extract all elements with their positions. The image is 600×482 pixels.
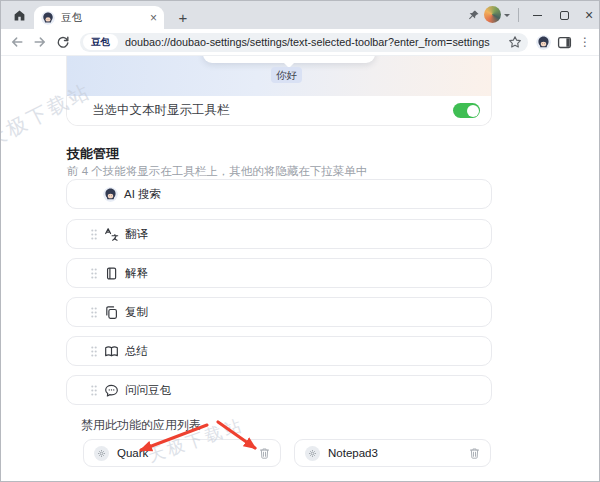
window-maximize-button[interactable] — [555, 6, 573, 24]
show-toolbar-toggle[interactable] — [453, 103, 480, 118]
app-gear-icon — [305, 446, 320, 461]
profile-avatar[interactable] — [484, 6, 501, 23]
drag-handle-icon[interactable] — [91, 307, 97, 318]
doubao-avatar-icon — [103, 187, 118, 202]
drag-handle-icon[interactable] — [91, 229, 97, 240]
copy-icon — [103, 304, 119, 320]
trash-icon — [469, 447, 480, 459]
url-text[interactable]: doubao://doubao-settings/settings/text-s… — [125, 36, 507, 48]
home-icon — [12, 8, 27, 23]
doubao-extension-icon[interactable] — [536, 35, 551, 50]
profile-caret-icon — [504, 14, 510, 20]
reload-icon — [56, 35, 70, 49]
window-close-button[interactable]: × — [580, 6, 598, 24]
drag-handle-icon[interactable] — [91, 385, 97, 396]
show-toolbar-toggle-row: 当选中文本时显示工具栏 — [67, 96, 491, 125]
home-tab-button[interactable] — [10, 6, 28, 24]
back-arrow-icon — [10, 35, 24, 49]
maximize-icon — [560, 11, 569, 20]
side-panel-button[interactable] — [556, 35, 573, 50]
side-panel-icon — [557, 35, 572, 50]
tab-close-icon[interactable]: × — [150, 12, 157, 24]
skill-label: 总结 — [125, 344, 148, 359]
translate-icon — [103, 226, 119, 242]
minimize-icon — [533, 15, 542, 16]
open-book-icon — [103, 343, 119, 359]
bookmark-star-button[interactable] — [507, 35, 523, 49]
preview-gradient-area: 你好 — [67, 56, 491, 97]
skill-item-ask-doubao[interactable]: 问问豆包 — [66, 375, 492, 405]
trash-icon — [259, 447, 270, 459]
drag-handle-icon[interactable] — [91, 268, 97, 279]
skill-label: AI 搜索 — [124, 187, 161, 202]
remove-app-button[interactable] — [469, 447, 480, 459]
reload-button[interactable] — [54, 33, 72, 51]
skill-item-explain[interactable]: 解释 — [66, 258, 492, 288]
window-minimize-button[interactable] — [528, 6, 546, 24]
toolbar-preview-card: 你好 当选中文本时显示工具栏 — [66, 56, 492, 126]
app-item-notepad3: Notepad3 — [294, 439, 491, 467]
skill-label: 问问豆包 — [125, 383, 171, 398]
book-icon — [103, 265, 119, 281]
mini-toolbar-preview — [203, 56, 375, 63]
skill-item-ai-search[interactable]: AI 搜索 — [66, 179, 492, 209]
chat-bubble-icon — [103, 382, 119, 398]
skill-label: 翻译 — [125, 227, 148, 242]
disabled-apps-title: 禁用此功能的应用列表 — [81, 417, 201, 434]
address-bar[interactable]: 豆包 doubao://doubao-settings/settings/tex… — [80, 33, 528, 52]
app-gear-icon — [94, 446, 109, 461]
pin-icon[interactable] — [466, 8, 481, 23]
browser-menu-button[interactable]: ⋮ — [578, 35, 592, 49]
browser-window: 豆包 × + × 豆包 doubao://doubao-settings/set… — [0, 0, 600, 482]
skills-section-title: 技能管理 — [67, 145, 119, 163]
app-item-quark: Quark — [83, 439, 281, 467]
skill-label: 复制 — [125, 305, 148, 320]
drag-handle-icon[interactable] — [91, 346, 97, 357]
new-tab-button[interactable]: + — [172, 6, 194, 28]
tab-strip: 豆包 × + × — [1, 1, 599, 29]
forward-arrow-icon — [33, 35, 47, 49]
back-button[interactable] — [8, 33, 26, 51]
skill-item-summarize[interactable]: 总结 — [66, 336, 492, 366]
skill-item-copy[interactable]: 复制 — [66, 297, 492, 327]
star-icon — [508, 35, 522, 49]
forward-button[interactable] — [31, 33, 49, 51]
selected-text-chip: 你好 — [271, 67, 302, 83]
skills-section-subtitle: 前 4 个技能将显示在工具栏上，其他的将隐藏在下拉菜单中 — [67, 164, 367, 179]
settings-page: 天极下载站 天极下载站 你好 当选中文本时显示工具栏 技能管理 前 4 个技能将… — [1, 56, 599, 481]
browser-toolbar: 豆包 doubao://doubao-settings/settings/tex… — [1, 29, 599, 56]
app-name: Quark — [117, 447, 259, 459]
site-badge[interactable]: 豆包 — [83, 34, 118, 50]
remove-app-button[interactable] — [259, 447, 270, 459]
titlebar-divider — [518, 8, 519, 22]
skill-label: 解释 — [125, 266, 148, 281]
skill-item-translate[interactable]: 翻译 — [66, 219, 492, 249]
toggle-label: 当选中文本时显示工具栏 — [92, 102, 453, 119]
active-tab[interactable]: 豆包 × — [34, 6, 164, 29]
tab-title: 豆包 — [61, 11, 144, 25]
app-name: Notepad3 — [328, 447, 469, 459]
doubao-favicon-icon — [41, 11, 55, 25]
